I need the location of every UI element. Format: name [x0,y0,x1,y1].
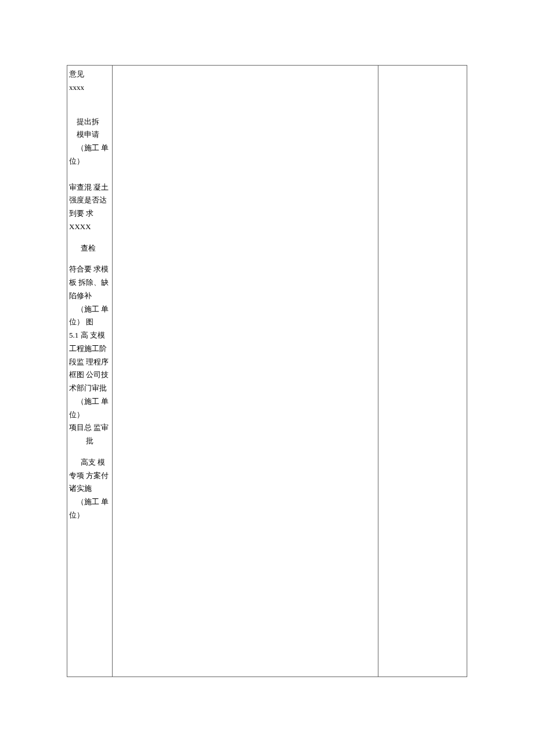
text-block-1: 意见 xxxx [69,68,110,95]
text-line: 框图 公司技 [69,368,110,382]
spacer [69,168,110,181]
text-line: 术部门审批 [69,382,110,395]
table-column-right [378,66,467,677]
spacer [69,234,110,242]
text-line: 高支 模 [69,456,110,469]
text-block-2: 提出拆 模申请 （施工 单 位） [69,115,110,168]
text-line: 强度是否达 [69,194,110,207]
text-line: 批 [69,435,110,448]
text-line: 5.1 高 支模 [69,329,110,342]
text-line: XXXX [69,220,110,234]
text-line: 符合要 求模 [69,263,110,276]
text-line: 模申请 [69,128,110,142]
text-line: 位） [69,509,110,522]
text-line: 审查混 凝土 [69,181,110,194]
text-line: 板 拆除、缺 [69,276,110,290]
text-line: 段监 理程序 [69,356,110,369]
table-column-left: 意见 xxxx 提出拆 模申请 （施工 单 位） 审查混 凝土 强度是否达 到要… [67,66,113,677]
text-line: 位） 图 [69,316,110,329]
spacer [69,255,110,263]
text-block-4: 查检 [69,242,110,255]
text-line: xxxx [69,81,110,95]
document-table: 意见 xxxx 提出拆 模申请 （施工 单 位） 审查混 凝土 强度是否达 到要… [67,65,467,677]
spacer [69,107,110,115]
spacer [69,95,110,107]
spacer [69,448,110,456]
text-line: 项目总 监审 [69,421,110,435]
text-line: 到要 求 [69,207,110,220]
text-line: 位） [69,408,110,422]
text-line: 陷修补 [69,290,110,303]
text-line: （施工 单 [69,495,110,509]
text-block-3: 审查混 凝土 强度是否达 到要 求 XXXX [69,181,110,234]
text-line: 诸实施 [69,482,110,495]
table-column-middle [113,66,378,677]
text-block-5: 符合要 求模 板 拆除、缺 陷修补 （施工 单 位） 图 5.1 高 支模 工程… [69,263,110,448]
text-line: 专项 方案付 [69,469,110,483]
text-line: 提出拆 [69,115,110,129]
text-line: 位） [69,155,110,168]
text-line: 查检 [69,242,110,255]
text-line: （施工 单 [69,395,110,408]
text-line: （施工 单 [69,303,110,316]
text-line: （施工 单 [69,142,110,155]
text-block-6: 高支 模 专项 方案付 诸实施 （施工 单 位） [69,456,110,522]
text-line: 意见 [69,68,110,81]
text-line: 工程施工阶 [69,342,110,356]
